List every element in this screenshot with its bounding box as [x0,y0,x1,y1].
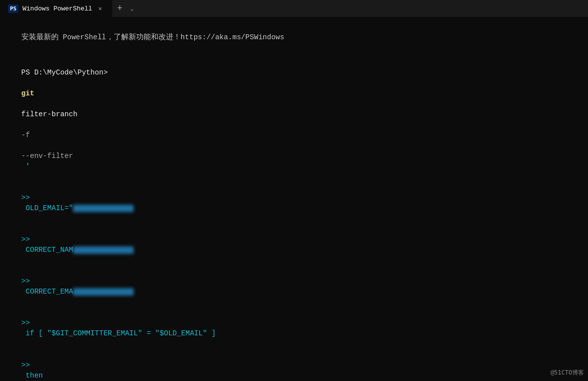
flag1: -f [21,131,30,139]
correct-email-line: >> CORRECT_EMA [4,266,584,307]
install-notice: 安装最新的 PowerShell，了解新功能和改进！https://aka.ms… [4,22,584,53]
new-tab-button[interactable]: + [112,0,128,17]
blurred-correct-email [73,288,134,296]
watermark: @51CTO博客 [551,369,584,377]
git-cmd: git [21,89,34,97]
flag2: --env-filter [21,152,73,160]
correct-name-line: >> CORRECT_NAM [4,224,584,266]
tab-dropdown-button[interactable]: ⌄ [128,0,137,17]
tab-close-button[interactable]: ✕ [96,4,104,12]
old-email-line: >> OLD_EMAIL=" [4,182,584,224]
prompt-text: PS D:\MyCode\Python> [21,69,108,76]
active-tab[interactable]: PS Windows PowerShell ✕ [0,0,112,17]
command-line: PS D:\MyCode\Python> git filter-branch -… [4,57,584,182]
title-bar: PS Windows PowerShell ✕ + ⌄ [0,0,588,17]
if-committer-line: >> if [ "$GIT_COMMITTER_EMAIL" = "$OLD_E… [4,307,584,349]
terminal-output: 安装最新的 PowerShell，了解新功能和改进！https://aka.ms… [0,17,588,381]
blurred-name [73,246,134,254]
blurred-email [73,205,134,212]
tab-title: Windows PowerShell [22,5,92,12]
then-line-1: >> then [4,349,584,381]
cmd-args: filter-branch [21,110,77,118]
powershell-icon: PS [8,4,18,13]
